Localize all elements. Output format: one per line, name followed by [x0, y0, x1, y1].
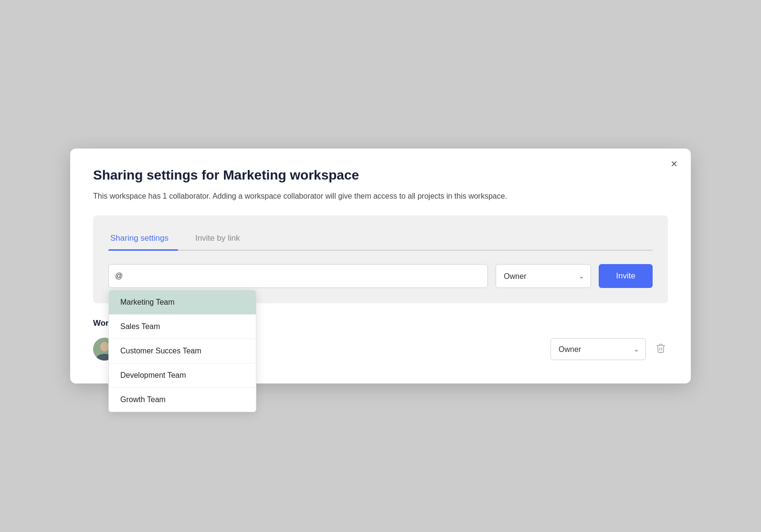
- dropdown-item-sales-team[interactable]: Sales Team: [109, 315, 256, 339]
- modal-description: This workspace has 1 collaborator. Addin…: [93, 191, 668, 202]
- email-input-wrapper: @ Marketing Team Sales Team Customer Suc…: [108, 264, 488, 288]
- email-input[interactable]: [108, 264, 488, 288]
- modal-title: Sharing settings for Marketing workspace: [93, 168, 668, 183]
- tab-sharing-settings[interactable]: Sharing settings: [108, 229, 178, 250]
- role-select-wrapper: Owner Editor Viewer ⌄: [496, 264, 591, 288]
- delete-collaborator-button[interactable]: [654, 341, 668, 358]
- invite-row: @ Marketing Team Sales Team Customer Suc…: [108, 264, 653, 288]
- sharing-settings-modal: × Sharing settings for Marketing workspa…: [70, 149, 691, 383]
- tab-bar: Sharing settings Invite by link: [108, 229, 653, 251]
- collaborator-role-select[interactable]: Owner Editor Viewer: [550, 338, 646, 360]
- tab-section: Sharing settings Invite by link @ Market…: [93, 215, 668, 303]
- dropdown-item-development-team[interactable]: Development Team: [109, 363, 256, 388]
- team-dropdown-menu: Marketing Team Sales Team Customer Succe…: [108, 290, 256, 412]
- modal-backdrop: × Sharing settings for Marketing workspa…: [0, 0, 761, 532]
- dropdown-item-customer-success-team[interactable]: Customer Succes Team: [109, 339, 256, 363]
- tab-invite-by-link[interactable]: Invite by link: [193, 229, 250, 250]
- close-button[interactable]: ×: [671, 158, 677, 170]
- dropdown-item-growth-team[interactable]: Growth Team: [109, 388, 256, 412]
- role-select[interactable]: Owner Editor Viewer: [496, 264, 591, 288]
- dropdown-item-marketing-team[interactable]: Marketing Team: [109, 290, 256, 315]
- svg-point-1: [100, 342, 109, 351]
- collaborator-role-wrapper: Owner Editor Viewer ⌄: [550, 338, 646, 360]
- invite-button[interactable]: Invite: [599, 264, 653, 288]
- trash-icon: [655, 343, 666, 353]
